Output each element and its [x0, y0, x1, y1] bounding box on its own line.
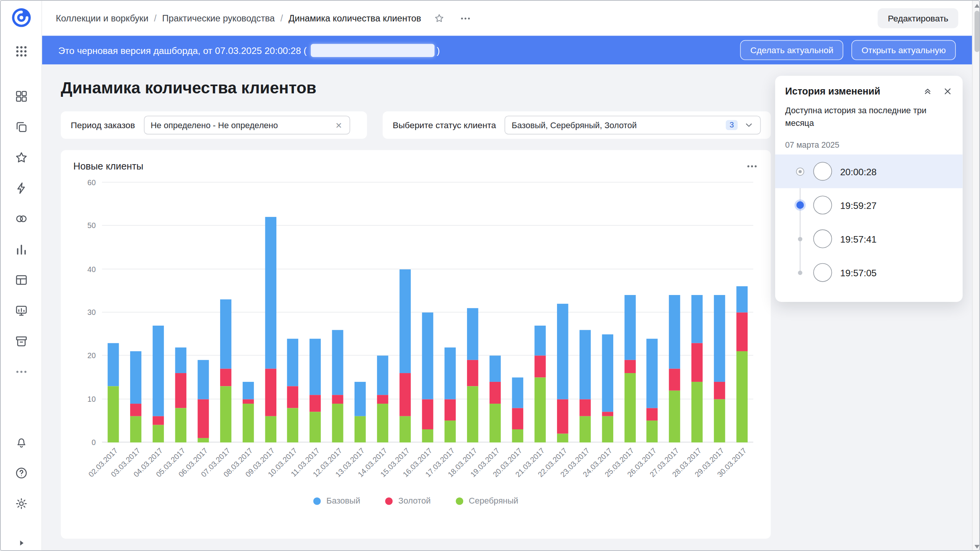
breadcrumb-collections[interactable]: Коллекции и воркбуки	[56, 13, 149, 23]
bar-segment-Серебряный[interactable]	[310, 412, 321, 442]
bar-10.03.2017[interactable]	[282, 183, 304, 442]
history-entry[interactable]: 19:57:05	[775, 256, 963, 289]
bar-segment-Базовый[interactable]	[198, 360, 209, 399]
bar-segment-Базовый[interactable]	[332, 330, 343, 395]
bar-segment-Серебряный[interactable]	[220, 386, 231, 442]
datalens-logo-icon[interactable]	[10, 7, 32, 28]
datasets-table-icon[interactable]	[14, 273, 28, 287]
timeline-marker-dot[interactable]	[798, 237, 802, 241]
bar-segment-Серебряный[interactable]	[602, 416, 613, 442]
make-actual-button[interactable]: Сделать актуальной	[740, 40, 843, 60]
bar-21.03.2017[interactable]	[529, 183, 551, 442]
bar-segment-Серебряный[interactable]	[152, 425, 163, 442]
bar-segment-Серебряный[interactable]	[377, 403, 388, 442]
bar-segment-Золотой[interactable]	[669, 369, 680, 391]
bar-segment-Базовый[interactable]	[602, 334, 613, 412]
more-dots-icon[interactable]	[14, 365, 28, 379]
close-panel-icon[interactable]	[942, 86, 952, 96]
bar-segment-Серебряный[interactable]	[512, 429, 523, 442]
scroll-down-arrow[interactable]	[974, 545, 979, 549]
bar-03.03.2017[interactable]	[124, 183, 147, 442]
bar-segment-Серебряный[interactable]	[175, 408, 186, 443]
favorite-star-icon[interactable]	[433, 12, 445, 24]
bar-segment-Базовый[interactable]	[512, 378, 523, 408]
timeline-marker-ring[interactable]	[796, 167, 804, 175]
dashboards-monitor-icon[interactable]	[14, 304, 28, 318]
bar-segment-Серебряный[interactable]	[692, 382, 703, 442]
lightning-icon[interactable]	[14, 181, 28, 195]
bar-segment-Серебряный[interactable]	[557, 434, 568, 443]
scrollbar-thumb[interactable]	[974, 11, 979, 52]
help-icon[interactable]	[14, 466, 28, 480]
bar-09.03.2017[interactable]	[259, 183, 282, 442]
bar-segment-Базовый[interactable]	[400, 269, 411, 373]
bar-27.03.2017[interactable]	[663, 183, 686, 442]
bar-segment-Серебряный[interactable]	[467, 386, 478, 442]
bar-segment-Базовый[interactable]	[152, 326, 163, 417]
bar-segment-Золотой[interactable]	[714, 382, 725, 399]
notifications-bell-icon[interactable]	[14, 435, 28, 449]
bar-segment-Базовый[interactable]	[647, 339, 658, 408]
bar-04.03.2017[interactable]	[147, 183, 170, 442]
page-more-dots-icon[interactable]	[459, 12, 471, 24]
collections-icon[interactable]	[14, 90, 28, 103]
bar-18.03.2017[interactable]	[461, 183, 484, 442]
bar-24.03.2017[interactable]	[596, 183, 619, 442]
bar-segment-Серебряный[interactable]	[198, 438, 209, 442]
bar-segment-Серебряный[interactable]	[737, 352, 748, 443]
storage-box-icon[interactable]	[14, 334, 28, 348]
bar-segment-Золотой[interactable]	[467, 360, 478, 386]
workbooks-icon[interactable]	[14, 120, 28, 134]
bar-segment-Золотой[interactable]	[422, 399, 433, 429]
bar-segment-Золотой[interactable]	[265, 369, 276, 417]
bar-segment-Серебряный[interactable]	[444, 421, 456, 443]
apps-grid-icon[interactable]	[14, 44, 28, 58]
bar-segment-Серебряный[interactable]	[624, 373, 635, 442]
bar-segment-Золотой[interactable]	[175, 373, 186, 408]
bar-segment-Базовый[interactable]	[737, 287, 748, 313]
bar-25.03.2017[interactable]	[619, 183, 641, 442]
bar-26.03.2017[interactable]	[641, 183, 664, 442]
bar-segment-Золотой[interactable]	[534, 356, 546, 378]
bar-segment-Золотой[interactable]	[490, 382, 501, 404]
bar-segment-Базовый[interactable]	[579, 330, 590, 399]
collapse-sidebar-icon[interactable]	[15, 537, 28, 549]
bar-segment-Серебряный[interactable]	[265, 416, 276, 442]
status-filter-select[interactable]: Базовый, Серебряный, Золотой 3	[505, 116, 761, 134]
bar-segment-Серебряный[interactable]	[400, 416, 411, 442]
bar-segment-Серебряный[interactable]	[108, 386, 119, 442]
bar-segment-Базовый[interactable]	[130, 352, 141, 404]
history-entry[interactable]: 19:57:41	[775, 222, 963, 256]
bar-segment-Базовый[interactable]	[490, 356, 501, 382]
legend-item-Серебряный[interactable]: Серебряный	[456, 496, 518, 505]
bar-12.03.2017[interactable]	[327, 183, 349, 442]
bar-segment-Золотой[interactable]	[557, 399, 568, 434]
timeline-marker-selected[interactable]	[796, 201, 804, 209]
bar-segment-Базовый[interactable]	[242, 382, 253, 399]
bar-segment-Серебряный[interactable]	[422, 429, 433, 442]
open-actual-button[interactable]: Открыть актуальную	[851, 40, 956, 60]
bar-20.03.2017[interactable]	[506, 183, 529, 442]
bar-22.03.2017[interactable]	[551, 183, 574, 442]
bar-segment-Золотой[interactable]	[737, 313, 748, 352]
bar-segment-Золотой[interactable]	[332, 395, 343, 404]
edit-button[interactable]: Редактировать	[878, 8, 958, 28]
bar-segment-Золотой[interactable]	[377, 395, 388, 404]
bar-segment-Серебряный[interactable]	[647, 421, 658, 443]
bar-segment-Базовый[interactable]	[669, 295, 680, 368]
bar-segment-Золотой[interactable]	[242, 399, 253, 403]
bar-05.03.2017[interactable]	[170, 183, 192, 442]
collapse-panel-icon[interactable]	[923, 86, 933, 96]
bar-segment-Базовый[interactable]	[422, 313, 433, 399]
bar-segment-Базовый[interactable]	[467, 308, 478, 360]
bar-segment-Серебряный[interactable]	[130, 416, 141, 442]
bar-segment-Золотой[interactable]	[310, 395, 321, 412]
favorites-star-icon[interactable]	[14, 151, 28, 165]
bar-segment-Базовый[interactable]	[220, 300, 231, 369]
bar-13.03.2017[interactable]	[349, 183, 372, 442]
bar-segment-Золотой[interactable]	[647, 408, 658, 421]
bar-29.03.2017[interactable]	[709, 183, 731, 442]
legend-item-Золотой[interactable]: Золотой	[385, 496, 431, 505]
bar-15.03.2017[interactable]	[394, 183, 416, 442]
bar-segment-Серебряный[interactable]	[242, 403, 253, 442]
